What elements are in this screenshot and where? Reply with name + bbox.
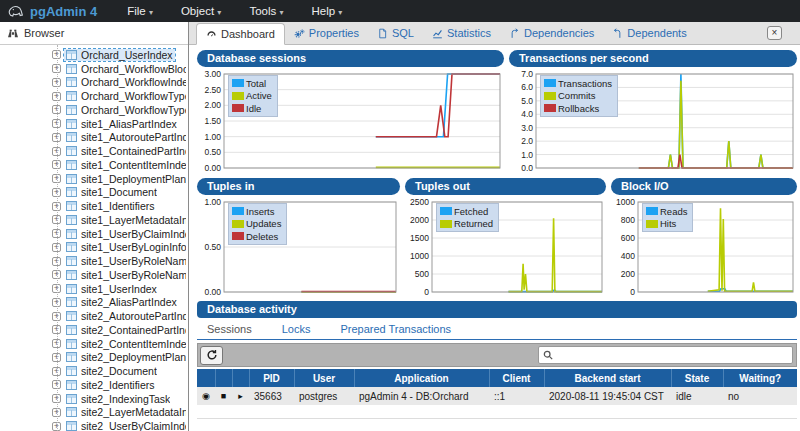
column-header-icon[interactable]: [197, 369, 215, 387]
activity-title: Database activity: [197, 301, 797, 318]
tab-statistics[interactable]: Statistics: [423, 22, 500, 44]
legend-swatch: [232, 79, 244, 87]
tree-item-site1-userbyrolenameindex[interactable]: +site1_UserByRoleNameIndex: [0, 254, 188, 268]
legend-label: Rollbacks: [558, 103, 599, 114]
gears-icon: [294, 28, 305, 39]
menu-file[interactable]: File ▾: [127, 5, 153, 17]
tree-item-site2-layermetadataindex[interactable]: +site2_LayerMetadataIndex: [0, 406, 188, 420]
menu-object[interactable]: Object ▾: [181, 5, 221, 17]
tree-item-site2-autoroutepartindex[interactable]: +site2_AutoroutePartIndex: [0, 309, 188, 323]
tree-item-label: site1_UserByClaimIndex: [81, 228, 186, 240]
legend-entry: Fetched: [440, 205, 493, 218]
column-header-backend-start[interactable]: Backend start: [544, 369, 671, 387]
subtab-prepared-transactions[interactable]: Prepared Transactions: [340, 323, 451, 339]
index-table-icon: [66, 160, 77, 170]
tree-item-label: site1_UserByRoleNameIndex_Document: [81, 269, 186, 281]
tree-item-site1-layermetadataindex[interactable]: +site1_LayerMetadataIndex: [0, 213, 188, 227]
search-input[interactable]: [556, 350, 788, 361]
refresh-icon: [206, 349, 218, 361]
svg-text:5.0: 5.0: [521, 96, 533, 106]
tree-item-site2-containedpartindex[interactable]: +site2_ContainedPartIndex: [0, 323, 188, 337]
tree-item-orchard-workflowtypeindex[interactable]: +Orchard_WorkflowTypeIndex: [0, 89, 188, 103]
chart-area: 25002000150010005000FetchedReturned: [405, 197, 606, 297]
tree-item-site1-document[interactable]: +site1_Document: [0, 186, 188, 200]
tab-properties[interactable]: Properties: [285, 22, 368, 44]
tab-dependencies[interactable]: Dependencies: [500, 22, 603, 44]
legend-label: Commits: [558, 90, 595, 101]
tree-item-orchard-workflowindex[interactable]: +Orchard_WorkflowIndex: [0, 76, 188, 90]
tree-item-site1-identifiers[interactable]: +site1_Identifiers: [0, 199, 188, 213]
tree-item-label: site1_AutoroutePartIndex: [81, 131, 186, 143]
tab-dependents[interactable]: Dependents: [603, 22, 695, 44]
column-header-waiting[interactable]: Waiting?: [723, 369, 797, 387]
refresh-button[interactable]: [200, 346, 223, 365]
tree-item-site1-autoroutepartindex[interactable]: +site1_AutoroutePartIndex: [0, 131, 188, 145]
svg-text:600: 600: [621, 233, 635, 243]
tree-item-site2-document[interactable]: +site2_Document: [0, 364, 188, 378]
tree-item-label: site2_ContentItemIndex: [81, 338, 186, 350]
tree-item-site2-userbyclaimindex[interactable]: +site2_UserByClaimIndex: [0, 419, 188, 431]
tree-item-site2-deploymentplanindex[interactable]: +site2_DeploymentPlanIndex: [0, 351, 188, 365]
dependencies-icon: [509, 28, 520, 39]
svg-text:1000: 1000: [410, 251, 429, 261]
column-header-icon[interactable]: [215, 369, 232, 387]
tree-item-site2-identifiers[interactable]: +site2_Identifiers: [0, 378, 188, 392]
legend-entry: Commits: [544, 90, 612, 103]
svg-text:3.00: 3.00: [204, 69, 221, 79]
legend-label: Idle: [246, 103, 261, 114]
menu-help[interactable]: Help ▾: [311, 5, 342, 17]
legend-swatch: [544, 104, 556, 112]
tree-item-orchard-userindex[interactable]: +Orchard_UserIndex: [0, 48, 188, 62]
tree-item-orchard-workflowblockingactivitiesindex[interactable]: +Orchard_WorkflowBlockingActivitiesIndex: [0, 62, 188, 76]
chart-canvas: 10008006004002000: [611, 197, 797, 297]
tree-item-site1-userbyclaimindex[interactable]: +site1_UserByClaimIndex: [0, 227, 188, 241]
dashboard-gauge-icon: [206, 29, 217, 40]
column-header-state[interactable]: State: [671, 369, 723, 387]
cancel-query-icon[interactable]: ◉: [197, 387, 215, 405]
column-header-client[interactable]: Client: [489, 369, 544, 387]
tree-item-orchard-workflowtypestartactivitiesindex[interactable]: +Orchard_WorkflowTypeStartActivitiesInde…: [0, 103, 188, 117]
svg-text:800: 800: [621, 215, 635, 225]
column-header-pid[interactable]: PID: [249, 369, 294, 387]
tab-sql[interactable]: SQL: [368, 22, 423, 44]
expand-row-icon[interactable]: ▸: [232, 387, 249, 405]
tree-item-site1-contentitemindex[interactable]: +site1_ContentItemIndex: [0, 158, 188, 172]
tab-label: Dashboard: [221, 28, 275, 40]
tree-item-site2-contentitemindex[interactable]: +site2_ContentItemIndex: [0, 337, 188, 351]
tree-item-label: site2_Identifiers: [81, 379, 155, 391]
close-panel-button[interactable]: ×: [767, 26, 782, 40]
column-header-user[interactable]: User: [294, 369, 354, 387]
browser-panel: Browser +Orchard_UserIndex+Orchard_Workf…: [0, 22, 189, 431]
subtab-sessions[interactable]: Sessions: [207, 323, 252, 339]
session-cell: pgAdmin 4 - DB:Orchard: [354, 387, 489, 405]
menu-tools[interactable]: Tools ▾: [249, 5, 283, 17]
svg-text:0: 0: [424, 287, 429, 297]
column-header-application[interactable]: Application: [354, 369, 489, 387]
index-table-icon: [66, 421, 77, 431]
tree-item-label: site1_ContainedPartIndex: [81, 145, 186, 157]
subtab-locks[interactable]: Locks: [282, 323, 311, 339]
legend-label: Total: [246, 78, 266, 89]
terminate-session-icon[interactable]: ■: [215, 387, 232, 405]
tree-item-site2-indexingtask[interactable]: +site2_IndexingTask: [0, 392, 188, 406]
tree-item-site2-aliaspartindex[interactable]: +site2_AliasPartIndex: [0, 296, 188, 310]
tree-item-site1-userindex[interactable]: +site1_UserIndex: [0, 282, 188, 296]
tree-item-label: site2_IndexingTask: [81, 393, 170, 405]
tab-dashboard[interactable]: Dashboard: [196, 23, 285, 45]
tree-item-site1-userbyrolenameindex-document[interactable]: +site1_UserByRoleNameIndex_Document: [0, 268, 188, 282]
svg-text:2500: 2500: [410, 197, 429, 207]
tree-item-site1-aliaspartindex[interactable]: +site1_AliasPartIndex: [0, 117, 188, 131]
chart-area: 3.002.502.001.501.000.500.00TotalActiveI…: [197, 69, 504, 173]
tree-item-site1-containedpartindex[interactable]: +site1_ContainedPartIndex: [0, 144, 188, 158]
session-row[interactable]: ◉■▸35663postgrespgAdmin 4 - DB:Orchard::…: [197, 387, 797, 405]
tree-item-site1-userbylogininfoindex[interactable]: +site1_UserByLoginInfoIndex: [0, 241, 188, 255]
dependents-icon: [612, 28, 623, 39]
tree-item-site1-deploymentplanindex[interactable]: +site1_DeploymentPlanIndex: [0, 172, 188, 186]
legend-entry: Idle: [232, 102, 272, 115]
session-cell: ::1: [489, 387, 544, 405]
tree-item-label: site1_UserByRoleNameIndex: [81, 255, 186, 267]
legend-label: Reads: [660, 206, 687, 217]
column-header-icon[interactable]: [232, 369, 249, 387]
chart-title: Tuples in: [197, 178, 400, 195]
legend-entry: Updates: [232, 218, 281, 231]
